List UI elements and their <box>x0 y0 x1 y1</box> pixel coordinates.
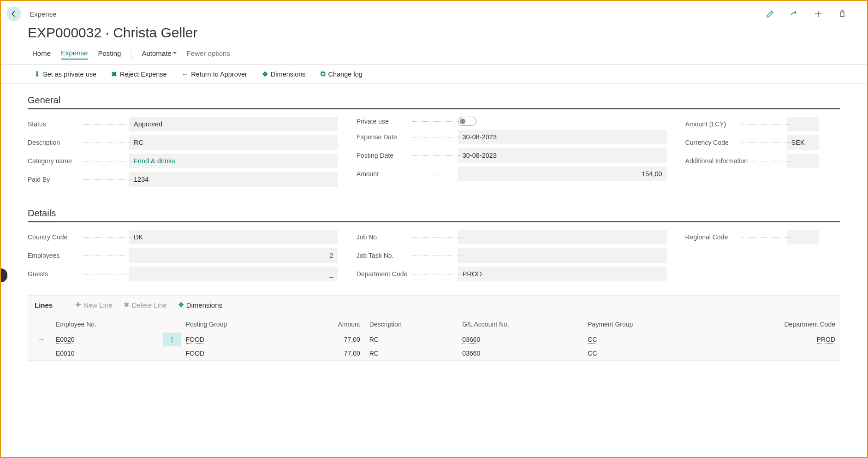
delete-line-button[interactable]: ✖Delete Line <box>124 301 167 309</box>
lines-tab[interactable]: Lines <box>35 301 53 309</box>
row-menu-button[interactable]: ⋮ <box>163 333 181 346</box>
dimensions-icon: ❖ <box>262 71 268 78</box>
dimensions-icon: ❖ <box>178 301 184 309</box>
cell-description[interactable]: RC <box>365 346 458 360</box>
label-additional: Additional Information <box>685 157 749 165</box>
cell-gl-account[interactable]: 03660 <box>458 333 583 346</box>
label-category: Category name <box>28 157 74 165</box>
tab-home[interactable]: Home <box>32 49 51 59</box>
action-reject[interactable]: ✖Reject Expense <box>111 70 167 78</box>
table-row[interactable]: →E0020⋮FOOD77,00RC03660CCPROD <box>28 333 840 346</box>
label-postingdate: Posting Date <box>357 152 395 159</box>
currency-field[interactable] <box>787 135 819 150</box>
arrow-left-icon: ← <box>182 71 189 78</box>
col-amount[interactable]: Amount <box>294 314 365 333</box>
amount-field[interactable] <box>458 167 667 181</box>
country-field[interactable] <box>129 230 338 244</box>
cell-dept-code[interactable]: PROD <box>705 333 840 346</box>
action-change-log[interactable]: ⧉Change log <box>321 70 363 78</box>
jobno-field[interactable] <box>458 230 667 244</box>
label-country: Country Code <box>28 233 69 241</box>
label-paidby: Paid By <box>28 176 52 183</box>
table-row[interactable]: E0010FOOD77,00RC03660CC <box>28 346 840 360</box>
cell-posting-group[interactable]: FOOD <box>181 346 294 360</box>
label-expensedate: Expense Date <box>357 133 399 141</box>
label-currency: Currency Code <box>685 139 731 146</box>
new-line-button[interactable]: ✚New Line <box>75 301 113 309</box>
page-title: EXP000032 · Christa Geller <box>1 21 867 49</box>
label-privateuse: Private use <box>357 118 391 125</box>
label-guests: Guests <box>28 270 50 278</box>
label-jobno: Job No. <box>357 233 380 241</box>
cell-employee-no[interactable]: E0020 <box>51 333 163 346</box>
cell-gl-account[interactable]: 03660 <box>458 346 583 360</box>
label-employees: Employees <box>28 252 61 259</box>
tab-automate[interactable]: Automate <box>142 49 176 59</box>
lines-separator <box>64 300 64 309</box>
private-use-toggle[interactable] <box>458 117 476 126</box>
delete-line-icon: ✖ <box>124 301 130 309</box>
col-description[interactable]: Description <box>365 314 458 333</box>
category-field[interactable] <box>129 154 338 168</box>
expense-date-field[interactable] <box>458 130 667 144</box>
cell-dept-code[interactable] <box>705 346 840 360</box>
guests-field[interactable] <box>129 267 338 281</box>
cell-amount[interactable]: 77,00 <box>294 346 365 360</box>
new-line-icon: ✚ <box>75 301 81 309</box>
posting-date-field[interactable] <box>458 148 667 163</box>
lines-dimensions-button[interactable]: ❖Dimensions <box>178 301 222 309</box>
section-general[interactable]: General <box>28 90 840 109</box>
jobtask-field[interactable] <box>458 248 667 263</box>
label-amount: Amount <box>357 170 380 178</box>
label-deptcode: Department Code <box>357 270 410 278</box>
changelog-icon: ⧉ <box>321 70 326 78</box>
new-button[interactable] <box>814 9 823 18</box>
tab-separator <box>131 50 131 59</box>
tab-posting[interactable]: Posting <box>98 49 121 59</box>
edit-button[interactable] <box>766 9 775 18</box>
action-return-approver[interactable]: ←Return to Approver <box>182 70 247 78</box>
deptcode-field[interactable] <box>458 267 667 281</box>
amount-lcy-field[interactable] <box>787 117 819 131</box>
breadcrumb: Expense <box>30 10 56 18</box>
lines-table: Employee No. Posting Group Amount Descri… <box>28 314 840 360</box>
section-details[interactable]: Details <box>28 203 840 222</box>
paidby-field[interactable] <box>129 172 338 187</box>
col-employee-no[interactable]: Employee No. <box>51 314 163 333</box>
col-dept-code[interactable]: Department Code <box>705 314 840 333</box>
arrow-left-icon <box>10 10 18 18</box>
tab-expense[interactable]: Expense <box>61 49 88 59</box>
delete-button[interactable] <box>838 9 847 18</box>
label-amountlcy: Amount (LCY) <box>685 120 728 128</box>
label-description: Description <box>28 139 62 146</box>
label-jobtask: Job Task No. <box>357 252 396 259</box>
label-regional: Regional Code <box>685 233 730 241</box>
pencil-icon <box>766 9 775 18</box>
share-icon <box>790 9 799 18</box>
action-set-private[interactable]: ⇩Set as private use <box>34 70 96 78</box>
x-icon: ✖ <box>111 71 117 78</box>
cell-payment-group[interactable]: CC <box>583 346 705 360</box>
person-down-icon: ⇩ <box>34 71 40 78</box>
label-status: Status <box>28 120 48 128</box>
plus-icon <box>814 9 823 18</box>
share-button[interactable] <box>790 9 799 18</box>
cell-description[interactable]: RC <box>365 333 458 346</box>
cell-amount[interactable]: 77,00 <box>294 333 365 346</box>
tab-fewer-options[interactable]: Fewer options <box>187 49 230 59</box>
col-gl-account[interactable]: G/L Account No. <box>458 314 583 333</box>
regional-field[interactable] <box>787 230 819 244</box>
trash-icon <box>838 9 847 18</box>
col-posting-group[interactable]: Posting Group <box>181 314 294 333</box>
back-button[interactable] <box>6 6 21 21</box>
cell-payment-group[interactable]: CC <box>583 333 705 346</box>
description-field[interactable] <box>129 135 338 150</box>
additional-field[interactable] <box>787 154 819 168</box>
cell-posting-group[interactable]: FOOD <box>181 333 294 346</box>
action-dimensions[interactable]: ❖Dimensions <box>262 70 306 78</box>
cell-employee-no[interactable]: E0010 <box>51 346 163 360</box>
col-payment-group[interactable]: Payment Group <box>583 314 705 333</box>
employees-field[interactable] <box>129 248 338 263</box>
status-field[interactable] <box>129 117 338 131</box>
